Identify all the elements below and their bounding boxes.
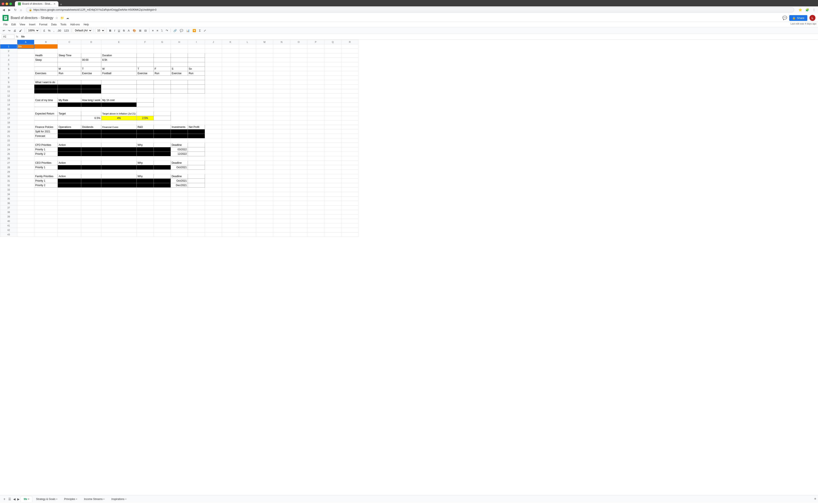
cell-r1[interactable] (341, 44, 358, 49)
italic-button[interactable]: I (113, 28, 116, 33)
extensions-icon[interactable]: 🧩 (805, 8, 810, 12)
close-btn[interactable] (2, 3, 4, 5)
wrap-button[interactable]: ⤵ (160, 28, 164, 33)
number-format-button[interactable]: 123 (63, 28, 70, 33)
col-header-o[interactable]: O (290, 40, 307, 44)
cell-n1[interactable] (273, 44, 290, 49)
sheet-tab-inspirations[interactable]: Inspirations ▾ (108, 496, 129, 502)
expand-button[interactable]: ⤢ (203, 28, 207, 33)
currency-button[interactable]: £ (42, 28, 46, 33)
share-button[interactable]: 🔒 Share (789, 15, 807, 21)
tab-dropdown-icon[interactable]: ▾ (28, 498, 29, 500)
col-header-p[interactable]: P (307, 40, 324, 44)
menu-addons[interactable]: Add-ons (68, 22, 81, 27)
cell-p1[interactable] (307, 44, 324, 49)
percent-button[interactable]: % (47, 28, 52, 33)
strikethrough-button[interactable]: S (122, 28, 126, 33)
active-tab[interactable]: Board of directors - Strat... ✕ (15, 1, 58, 6)
cell-m1[interactable] (256, 44, 273, 49)
underline-button[interactable]: U (117, 28, 121, 33)
home-button[interactable]: ⌂ (19, 8, 23, 12)
col-header-c[interactable]: C (58, 40, 81, 44)
reload-button[interactable]: ↻ (13, 8, 17, 12)
cell-h1[interactable] (171, 44, 188, 49)
comment-button[interactable]: 💬 (179, 28, 184, 33)
col-header-k[interactable]: K (222, 40, 239, 44)
sheet-tab-income-streams[interactable]: Income Streams ▾ (81, 496, 108, 502)
col-header-m[interactable]: M (256, 40, 273, 44)
formula-button[interactable]: Σ (198, 28, 202, 33)
new-tab-button[interactable]: + (58, 3, 64, 6)
tab-nav-left[interactable]: ◀ (12, 497, 16, 501)
comma-button[interactable]: , (52, 28, 55, 33)
cell-a1[interactable]: Me (17, 44, 34, 49)
tab-nav-right[interactable]: ▶ (16, 497, 20, 501)
col-header-g[interactable]: G (154, 40, 171, 44)
col-header-q[interactable]: Q (324, 40, 341, 44)
menu-dots[interactable]: ⋮ (812, 8, 816, 12)
col-header-l[interactable]: L (239, 40, 256, 44)
align-button[interactable]: ≡ (151, 28, 155, 33)
col-header-h[interactable]: H (171, 40, 188, 44)
cell-j1[interactable] (205, 44, 222, 49)
back-button[interactable]: ◀ (2, 8, 6, 12)
merge-button[interactable]: ⊟ (143, 28, 148, 33)
valign-button[interactable]: ≡ (156, 28, 160, 33)
minimize-btn[interactable] (6, 3, 8, 5)
cell-k1[interactable] (222, 44, 239, 49)
star-icon[interactable]: ☆ (55, 16, 58, 20)
col-header-d[interactable]: D (81, 40, 101, 44)
col-header-r[interactable]: R (341, 40, 358, 44)
add-sheet-button[interactable]: + (2, 497, 7, 501)
undo-button[interactable]: ↩ (2, 28, 6, 33)
menu-help[interactable]: Help (82, 22, 91, 27)
cell-g1[interactable] (154, 44, 171, 49)
tab-dropdown-icon-5[interactable]: ▾ (125, 498, 126, 500)
rotate-button[interactable]: ↷ (165, 28, 169, 33)
tab-dropdown-icon-3[interactable]: ▾ (76, 498, 77, 500)
print-button[interactable]: 🖨 (12, 28, 17, 33)
redo-button[interactable]: ↪ (7, 28, 12, 33)
sheet-tab-strategy-goals[interactable]: Strategy & Goals ▾ (33, 496, 61, 502)
fill-color-button[interactable]: 🎨 (132, 28, 137, 33)
sheet-tab-principles[interactable]: Principles ▾ (61, 496, 80, 502)
sheet-tab-me[interactable]: Me ▾ (20, 496, 32, 502)
cell-d1[interactable] (81, 44, 101, 49)
maximize-btn[interactable] (9, 3, 12, 5)
tab-dropdown-icon-4[interactable]: ▾ (103, 498, 104, 500)
chart-button[interactable]: 📊 (185, 28, 191, 33)
borders-button[interactable]: ⊞ (138, 28, 142, 33)
cell-l1[interactable] (239, 44, 256, 49)
menu-data[interactable]: Data (49, 22, 58, 27)
col-header-b[interactable]: B (34, 40, 58, 44)
cell-reference-input[interactable] (2, 35, 15, 39)
user-avatar[interactable]: L (809, 15, 815, 21)
cell-f1[interactable] (136, 44, 154, 49)
col-header-j[interactable]: J (205, 40, 222, 44)
cell-e1[interactable] (101, 44, 137, 49)
col-header-n[interactable]: N (273, 40, 290, 44)
col-header-a[interactable]: A (17, 40, 34, 44)
paint-format-button[interactable]: 🖌 (18, 28, 23, 33)
cell-b1[interactable] (34, 44, 58, 49)
menu-file[interactable]: File (2, 22, 9, 27)
menu-insert[interactable]: Insert (27, 22, 37, 27)
comments-icon[interactable]: 💬 (782, 16, 787, 20)
menu-view[interactable]: View (18, 22, 27, 27)
cell-q1[interactable] (324, 44, 341, 49)
decimal-button[interactable]: .00 (56, 28, 62, 33)
text-color-button[interactable]: A (127, 28, 131, 33)
cell-c1[interactable] (58, 44, 81, 49)
menu-tools[interactable]: Tools (59, 22, 68, 27)
forward-button[interactable]: ▶ (7, 8, 12, 12)
folder-icon[interactable]: 📁 (60, 16, 64, 20)
col-header-i[interactable]: I (188, 40, 205, 44)
cell-i1[interactable] (188, 44, 205, 49)
menu-edit[interactable]: Edit (10, 22, 17, 27)
address-bar[interactable]: 🔒 https://docs.google.com/spreadsheets/d… (26, 7, 794, 12)
sheet-list-menu-button[interactable]: ☰ (7, 497, 12, 501)
menu-format[interactable]: Format (38, 22, 49, 27)
cell-o1[interactable] (290, 44, 307, 49)
bookmark-star[interactable]: ⭐ (798, 8, 803, 12)
add-sheet-right-button[interactable]: + (814, 497, 816, 501)
